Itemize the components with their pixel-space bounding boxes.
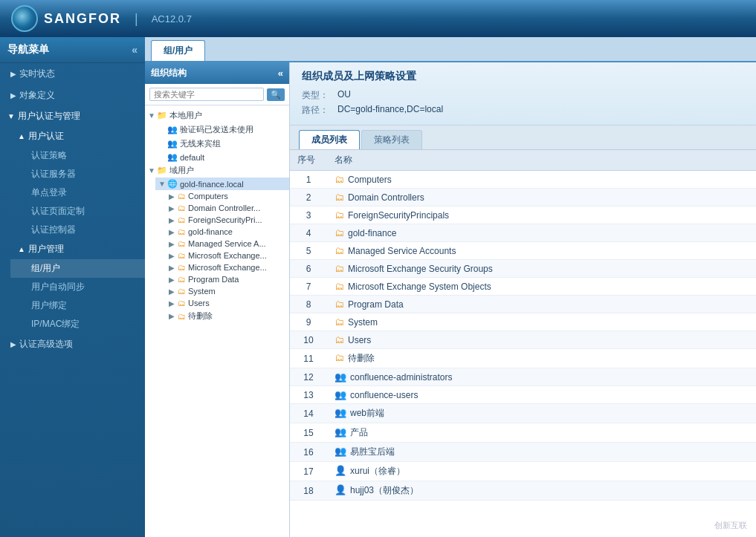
tree-node-computers[interactable]: ▶ 🗂 Computers (166, 190, 289, 202)
sidebar-item-label: 实时状态 (19, 68, 55, 80)
ou-icon: 🗂 (335, 192, 344, 203)
tab-members[interactable]: 成员列表 (299, 130, 360, 149)
tree-node-label: Microsoft Exchange... (188, 251, 267, 260)
sidebar-item-ip-mac[interactable]: IP/MAC绑定 (10, 315, 145, 333)
sidebar-item-user-cert[interactable]: ▲ 用户认证 (10, 126, 145, 146)
group-icon: 👥 (335, 389, 346, 400)
tree-node-managed-service[interactable]: ▶ 🗂 Managed Service A... (166, 238, 289, 250)
tree-node-default[interactable]: 👥 default (155, 151, 289, 163)
tree-search-input[interactable] (149, 88, 264, 101)
table-row[interactable]: 16👥易胜宝后端 (290, 443, 756, 462)
user-icon: 👤 (335, 465, 346, 476)
type-value: OU (337, 89, 351, 102)
tree-node-system[interactable]: ▶ 🗂 System (166, 285, 289, 297)
tree-node-gold-finance-local[interactable]: ▼ 🌐 gold-finance.local (155, 178, 289, 190)
table-row[interactable]: 15👥产品 (290, 423, 756, 443)
tree-node-pending-delete[interactable]: ▶ 🗂 待删除 (166, 309, 289, 323)
table-row[interactable]: 11🗂待删除 (290, 349, 756, 368)
table-row[interactable]: 17👤xurui（徐睿） (290, 462, 756, 481)
tree-node-label: 本地用户 (169, 110, 202, 121)
table-row[interactable]: 8🗂Program Data (290, 296, 756, 313)
sidebar-item-label: 认证策略 (31, 149, 67, 162)
tree-local-children: 👥 验证码已发送未使用 👥 无线来宾组 👥 default (145, 123, 289, 163)
sidebar-item-user-mgmt[interactable]: ▲ 用户管理 (10, 239, 145, 259)
expand-icon: ▶ (169, 264, 178, 272)
tree-panel-title: 组织结构 (151, 67, 187, 79)
arrow-icon: ▲ (18, 245, 25, 253)
sidebar-header: 导航菜单 « (0, 37, 145, 63)
logo: SANGFOR | AC12.0.7 (11, 5, 192, 32)
tree-node-label: Users (188, 299, 210, 307)
header-divider: | (135, 11, 138, 27)
sidebar-item-cert-ctrl[interactable]: 认证控制器 (10, 221, 145, 239)
expand-icon: ▼ (148, 166, 157, 175)
row-num: 4 (290, 224, 327, 242)
table-row[interactable]: 4🗂gold-finance (290, 224, 756, 242)
ou-icon: 🗂 (335, 209, 344, 221)
table-row[interactable]: 13👥confluence-users (290, 386, 756, 404)
sidebar-item-cert-adv[interactable]: ▶ 认证高级选项 (0, 333, 145, 355)
tree-node-domain-controllers[interactable]: ▶ 🗂 Domain Controller... (166, 202, 289, 214)
sidebar-item-sso[interactable]: 单点登录 (10, 183, 145, 202)
expand-icon: ▶ (169, 216, 178, 224)
expand-icon: ▶ (169, 192, 178, 201)
sidebar-item-cert-page[interactable]: 认证页面定制 (10, 202, 145, 221)
tree-panel-header: 组织结构 « (145, 62, 289, 84)
table-row[interactable]: 10🗂Users (290, 331, 756, 349)
tree-node-ms-exchange-so[interactable]: ▶ 🗂 Microsoft Exchange... (166, 261, 289, 273)
row-name: 👤hujj03（朝俊杰） (327, 481, 756, 501)
tab-group-user[interactable]: 组/用户 (151, 40, 205, 61)
folder-icon: 📁 (157, 111, 167, 120)
detail-title: 组织成员及上网策略设置 (302, 70, 744, 83)
sidebar-item-group-user[interactable]: 组/用户 (10, 259, 145, 278)
sidebar-item-user-sync[interactable]: 用户自动同步 (10, 278, 145, 296)
tree-gfl-children: ▶ 🗂 Computers ▶ 🗂 Domain Controller... ▶ (155, 190, 289, 323)
tab-policies[interactable]: 策略列表 (361, 130, 422, 149)
sidebar-item-cert-server[interactable]: 认证服务器 (10, 165, 145, 183)
table-row[interactable]: 2🗂Domain Controllers (290, 189, 756, 206)
tree-node-foreign-security[interactable]: ▶ 🗂 ForeignSecurityPri... (166, 214, 289, 226)
ou-icon: 🗂 (335, 352, 344, 363)
table-row[interactable]: 5🗂Managed Service Accounts (290, 242, 756, 260)
tree-collapse-icon[interactable]: « (278, 68, 283, 79)
tree-node-verify-sent[interactable]: 👥 验证码已发送未使用 (155, 123, 289, 137)
ou-icon: 🗂 (335, 263, 344, 274)
row-num: 7 (290, 278, 327, 296)
tree-node-label: Program Data (188, 275, 239, 284)
tree-node-ms-exchange-sg[interactable]: ▶ 🗂 Microsoft Exchange... (166, 250, 289, 261)
sidebar-item-label: 认证高级选项 (19, 338, 73, 351)
tree-node-users[interactable]: ▶ 🗂 Users (166, 297, 289, 309)
sidebar-collapse-icon[interactable]: « (132, 44, 138, 56)
sidebar-item-user-bind[interactable]: 用户绑定 (10, 296, 145, 315)
expand-icon: ▶ (169, 287, 178, 296)
ou-icon: 🗂 (178, 251, 186, 260)
table-row[interactable]: 1🗂Computers (290, 171, 756, 189)
sidebar-item-realtime[interactable]: ▶ 实时状态 (0, 63, 145, 85)
tree-search-button[interactable]: 🔍 (267, 88, 285, 101)
group-icon: 👥 (167, 125, 178, 134)
sidebar-item-objects[interactable]: ▶ 对象定义 (0, 85, 145, 106)
table-row[interactable]: 14👥web前端 (290, 404, 756, 423)
row-name: 🗂Microsoft Exchange System Objects (327, 278, 756, 296)
row-num: 11 (290, 349, 327, 368)
tree-node-local-users[interactable]: ▼ 📁 本地用户 (145, 108, 289, 123)
tree-node-domain-users[interactable]: ▼ 📁 域用户 (145, 163, 289, 178)
row-num: 10 (290, 331, 327, 349)
tree-node-label: Microsoft Exchange... (188, 263, 267, 272)
user-icon: 👤 (335, 484, 346, 495)
tree-node-gold-finance[interactable]: ▶ 🗂 gold-finance (166, 226, 289, 238)
table-row[interactable]: 18👤hujj03（朝俊杰） (290, 481, 756, 501)
table-row[interactable]: 9🗂System (290, 313, 756, 331)
sidebar-item-cert-policy[interactable]: 认证策略 (10, 146, 145, 165)
detail-meta-type: 类型： OU (302, 89, 744, 102)
table-row[interactable]: 12👥confluence-administrators (290, 368, 756, 386)
table-row[interactable]: 3🗂ForeignSecurityPrincipals (290, 206, 756, 224)
tree-node-program-data[interactable]: ▶ 🗂 Program Data (166, 273, 289, 285)
row-name: 🗂Program Data (327, 296, 756, 313)
sidebar-item-label: 用户管理 (28, 243, 64, 256)
tree-node-no-vlan[interactable]: 👥 无线来宾组 (155, 137, 289, 151)
table-row[interactable]: 7🗂Microsoft Exchange System Objects (290, 278, 756, 296)
sidebar-item-user-auth[interactable]: ▼ 用户认证与管理 (0, 106, 145, 126)
table-row[interactable]: 6🗂Microsoft Exchange Security Groups (290, 260, 756, 278)
expand-icon: ▶ (169, 299, 178, 307)
